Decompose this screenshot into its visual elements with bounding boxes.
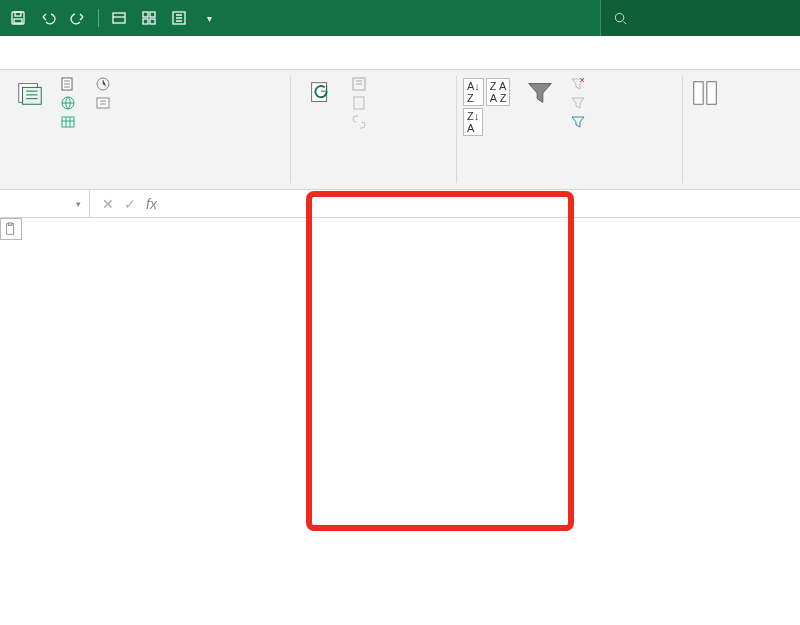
fx-icon[interactable]: fx [146, 196, 157, 212]
redo-icon[interactable] [68, 8, 88, 28]
from-web-button[interactable] [60, 95, 81, 111]
annotation-box [306, 191, 574, 531]
group-get-transform [0, 70, 290, 189]
svg-rect-2 [14, 19, 22, 23]
edit-links-button [351, 114, 372, 130]
qat-icon-2[interactable] [139, 8, 159, 28]
reapply-button [570, 95, 591, 111]
queries-connections-button[interactable] [351, 76, 372, 92]
search-box[interactable] [600, 0, 800, 36]
group-queries [291, 70, 456, 189]
title-bar: ▾ [0, 0, 800, 36]
save-icon[interactable] [8, 8, 28, 28]
qat-icon[interactable] [109, 8, 129, 28]
svg-rect-1 [15, 12, 21, 16]
get-data-button[interactable] [6, 74, 54, 112]
name-box[interactable] [0, 190, 90, 217]
clear-filter-button [570, 76, 591, 92]
text-to-columns-button[interactable] [689, 74, 721, 112]
sort-desc-button[interactable]: Z↓A [463, 108, 483, 136]
svg-rect-20 [694, 82, 703, 105]
refresh-all-button[interactable] [297, 74, 345, 112]
recent-sources-button[interactable] [95, 76, 116, 92]
ribbon-tabs [0, 36, 800, 70]
search-icon [613, 11, 628, 26]
svg-rect-19 [354, 97, 364, 109]
svg-rect-3 [113, 13, 125, 23]
group-sort-filter: A↓Z Z AA Z Z↓A [457, 70, 682, 189]
svg-rect-16 [97, 98, 109, 108]
paste-options-icon[interactable] [0, 218, 22, 240]
group-data-tools [683, 70, 727, 189]
from-table-button[interactable] [60, 114, 81, 130]
existing-connections-button[interactable] [95, 95, 116, 111]
quick-access-toolbar: ▾ [0, 8, 227, 28]
advanced-filter-button[interactable] [570, 114, 591, 130]
qat-icon-3[interactable] [169, 8, 189, 28]
svg-rect-6 [143, 19, 148, 24]
svg-rect-5 [150, 12, 155, 17]
from-text-csv-button[interactable] [60, 76, 81, 92]
svg-rect-23 [8, 223, 12, 226]
svg-rect-4 [143, 12, 148, 17]
svg-rect-14 [62, 117, 74, 127]
ribbon: A↓Z Z AA Z Z↓A [0, 70, 800, 190]
svg-rect-11 [23, 87, 42, 104]
properties-button [351, 95, 372, 111]
enter-icon[interactable]: ✓ [124, 196, 136, 212]
filter-button[interactable] [516, 74, 564, 112]
sort-dialog-button[interactable]: Z AA Z [486, 78, 511, 106]
svg-rect-21 [707, 82, 716, 105]
svg-point-9 [615, 13, 623, 21]
undo-icon[interactable] [38, 8, 58, 28]
formula-bar: ✕ ✓ fx [0, 190, 800, 218]
qat-more-icon[interactable]: ▾ [199, 8, 219, 28]
sort-asc-button[interactable]: A↓Z [463, 78, 484, 106]
svg-rect-7 [150, 19, 155, 24]
cancel-icon[interactable]: ✕ [102, 196, 114, 212]
